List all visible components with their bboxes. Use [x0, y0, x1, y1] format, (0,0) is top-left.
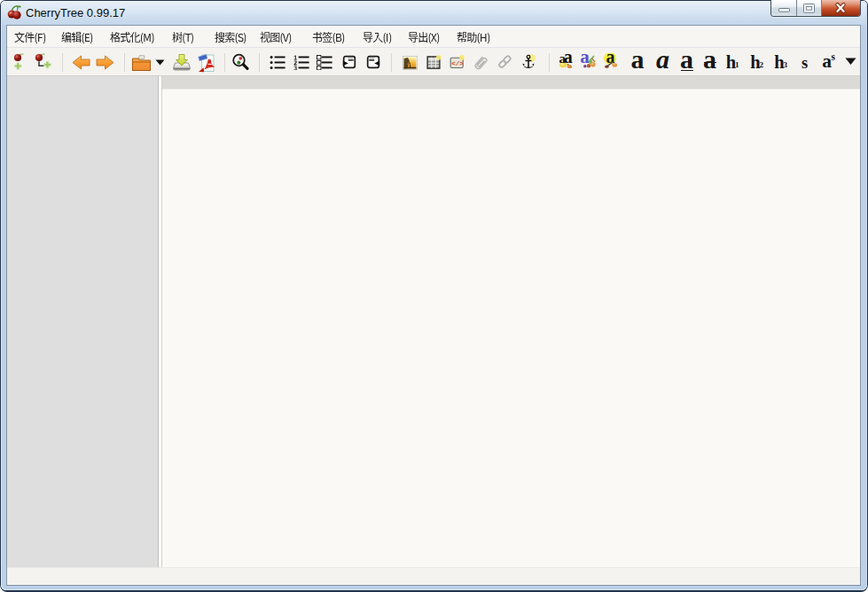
svg-text:</>: </> [451, 60, 464, 67]
